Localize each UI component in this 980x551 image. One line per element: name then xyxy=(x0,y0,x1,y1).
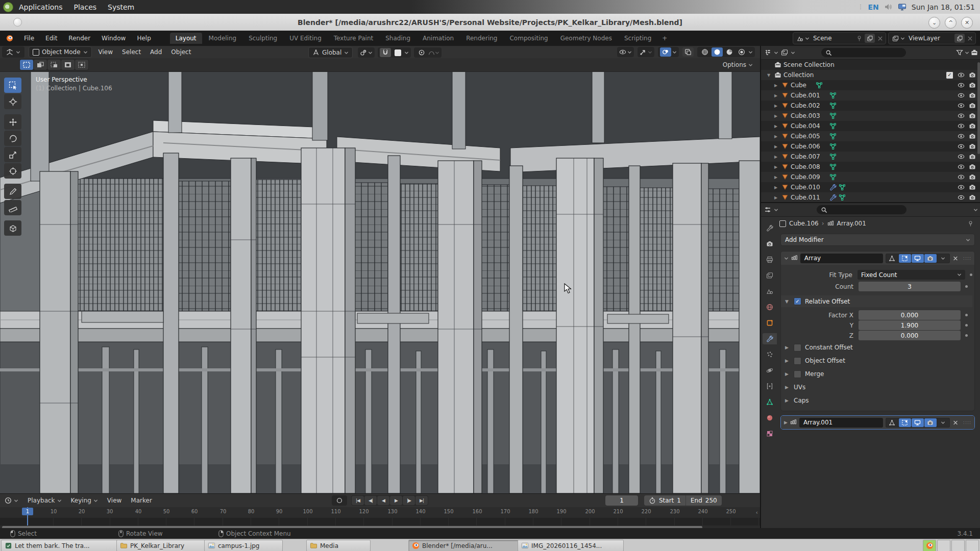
viewport-3d[interactable]: Object Mode View Select Add Object Globa… xyxy=(0,46,760,493)
pin-icon[interactable] xyxy=(967,220,974,227)
tab-geometry-nodes[interactable]: Geometry Nodes xyxy=(555,33,618,44)
menu-playback[interactable]: Playback xyxy=(23,497,66,504)
visibility-dropdown[interactable] xyxy=(617,47,634,57)
timeline-ruler[interactable]: 10 20 30 40 50 60 70 80 90 100 110 120 1… xyxy=(0,507,760,518)
camera-icon[interactable] xyxy=(969,133,976,140)
new-scene-icon[interactable] xyxy=(867,35,873,42)
merge-checkbox[interactable] xyxy=(794,370,801,378)
camera-icon[interactable] xyxy=(969,102,976,109)
expand-arrow-icon[interactable]: ▶ xyxy=(772,155,779,159)
section-caps[interactable]: ▶Caps xyxy=(781,394,972,407)
section-constant-offset[interactable]: ▶ Constant Offset xyxy=(781,341,972,354)
eye-icon[interactable] xyxy=(958,102,965,109)
outliner-row-object[interactable]: ▶Cube.001 xyxy=(761,90,980,101)
tool-annotate[interactable] xyxy=(4,184,21,199)
menu-object[interactable]: Object xyxy=(166,48,195,56)
tab-uv-editing[interactable]: UV Editing xyxy=(284,33,327,44)
expand-arrow-icon[interactable]: ▶ xyxy=(772,114,779,118)
taskbar-window-3[interactable]: campus-1.jpg xyxy=(204,540,283,551)
eye-icon[interactable] xyxy=(958,194,965,201)
outliner-row-object[interactable]: ▶Cube.007 xyxy=(761,152,980,162)
blender-logo-icon[interactable] xyxy=(5,35,14,42)
menu-places[interactable]: Places xyxy=(68,0,103,14)
outliner-row-object[interactable]: ▶Cube.005 xyxy=(761,131,980,141)
eye-icon[interactable] xyxy=(958,143,965,150)
animate-dot[interactable] xyxy=(965,314,968,316)
tab-shading[interactable]: Shading xyxy=(380,33,416,44)
eye-icon[interactable] xyxy=(958,92,965,99)
tab-tool[interactable] xyxy=(763,222,777,234)
tool-measure[interactable] xyxy=(4,200,21,215)
count-field[interactable]: 3 xyxy=(859,282,961,291)
tab-texture-paint[interactable]: Texture Paint xyxy=(328,33,379,44)
tab-constraints[interactable] xyxy=(763,381,777,392)
expand-arrow-icon[interactable]: ▶ xyxy=(772,144,779,149)
modifier-name-field[interactable]: Array xyxy=(800,254,883,263)
shading-material-button[interactable] xyxy=(724,47,735,57)
outliner-row-object[interactable]: ▶Cube.002 xyxy=(761,101,980,111)
expand-arrow-icon[interactable]: ▶ xyxy=(772,93,779,98)
breadcrumb-object[interactable]: Cube.106 xyxy=(789,220,819,227)
expand-arrow-icon[interactable]: ▶ xyxy=(772,195,779,200)
tab-physics[interactable] xyxy=(763,365,777,376)
chevron-down-icon[interactable] xyxy=(774,208,778,212)
drag-handle[interactable]: :::: xyxy=(963,420,971,425)
camera-icon[interactable] xyxy=(969,82,976,89)
taskbar-slot[interactable] xyxy=(966,540,979,551)
outliner-row-collection[interactable]: ▼ Collection ✓ xyxy=(761,70,980,80)
display-icon[interactable] xyxy=(898,3,906,11)
select-subtract-button[interactable] xyxy=(47,60,61,70)
toggle-realtime[interactable] xyxy=(912,254,924,263)
add-workspace-button[interactable]: + xyxy=(658,33,671,44)
scene-render[interactable] xyxy=(0,71,760,493)
unlink-scene-icon[interactable] xyxy=(877,35,884,42)
camera-icon[interactable] xyxy=(969,173,976,181)
modifier-name-field[interactable]: Array.001 xyxy=(799,418,883,428)
tool-cursor[interactable] xyxy=(4,94,21,109)
toggle-realtime[interactable] xyxy=(912,418,924,427)
expand-arrow-icon[interactable]: ▶ xyxy=(772,104,779,108)
shading-wireframe-button[interactable] xyxy=(699,47,710,57)
outliner-row-object[interactable]: ▶Cube.010 xyxy=(761,182,980,192)
menu-timeline-view[interactable]: View xyxy=(103,497,126,504)
chevron-down-icon[interactable] xyxy=(973,208,978,212)
taskbar-slot[interactable] xyxy=(937,540,950,551)
start-frame-field[interactable]: Start1 xyxy=(644,495,685,506)
taskbar-slot[interactable] xyxy=(951,540,965,551)
taskbar-window-5[interactable]: Blender* [/media/aru... xyxy=(408,540,523,551)
close-button[interactable]: ✕ xyxy=(961,17,973,29)
eye-icon[interactable] xyxy=(958,163,965,170)
expand-arrow-icon[interactable]: ▶ xyxy=(772,185,779,190)
play-reverse-button[interactable]: ◀ xyxy=(377,496,389,505)
drag-handle[interactable]: :::: xyxy=(963,256,971,261)
expand-arrow-icon[interactable]: ▶ xyxy=(772,134,779,139)
eye-icon[interactable] xyxy=(958,82,965,89)
tab-scripting[interactable]: Scripting xyxy=(619,33,657,44)
tab-output[interactable] xyxy=(763,254,777,265)
outliner-row-scene-collection[interactable]: Scene Collection xyxy=(761,60,980,70)
shading-solid-button[interactable] xyxy=(712,47,723,57)
eye-icon[interactable] xyxy=(958,133,965,140)
factor-z-field[interactable]: 0.000 xyxy=(859,331,961,340)
modifier-header[interactable]: ▶ Array.001 :::: xyxy=(781,416,974,429)
xray-toggle[interactable] xyxy=(682,47,694,57)
toggle-on-cage[interactable] xyxy=(886,254,898,263)
new-collection-icon[interactable] xyxy=(971,49,978,56)
menu-window[interactable]: Window xyxy=(96,35,131,42)
volume-icon[interactable] xyxy=(884,3,893,11)
outliner-row-object[interactable]: ▶Cube.009 xyxy=(761,172,980,182)
camera-icon[interactable] xyxy=(969,71,976,79)
tab-modifiers[interactable] xyxy=(763,333,777,344)
snap-target-dropdown[interactable] xyxy=(392,48,403,57)
end-frame-field[interactable]: End250 xyxy=(685,495,722,506)
chevron-down-icon[interactable] xyxy=(774,51,778,55)
eye-icon[interactable] xyxy=(958,71,965,79)
add-modifier-button[interactable]: Add Modifier xyxy=(780,234,975,246)
proportional-edit-toggle[interactable] xyxy=(416,48,427,57)
tab-modeling[interactable]: Modeling xyxy=(203,33,242,44)
outliner-row-object[interactable]: ▶Cube.008 xyxy=(761,162,980,172)
select-intersect-button[interactable] xyxy=(75,60,88,70)
filter-icon[interactable] xyxy=(956,49,963,56)
toggle-render[interactable] xyxy=(924,254,937,263)
eye-icon[interactable] xyxy=(958,184,965,191)
